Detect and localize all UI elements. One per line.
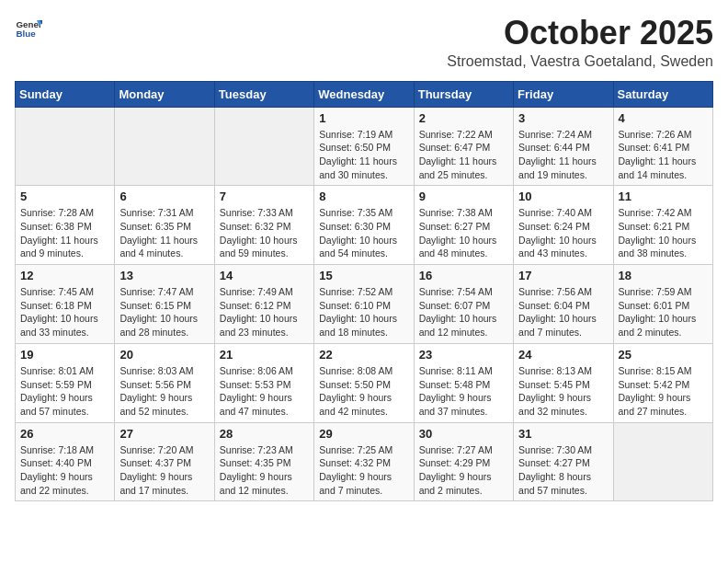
calendar-cell: 21Sunrise: 8:06 AMSunset: 5:53 PMDayligh… bbox=[214, 343, 313, 422]
calendar-cell: 30Sunrise: 7:27 AMSunset: 4:29 PMDayligh… bbox=[414, 422, 513, 501]
day-info: Sunrise: 7:28 AMSunset: 6:38 PMDaylight:… bbox=[20, 206, 109, 260]
calendar-cell: 25Sunrise: 8:15 AMSunset: 5:42 PMDayligh… bbox=[613, 343, 712, 422]
day-number: 28 bbox=[220, 427, 309, 441]
day-number: 22 bbox=[319, 348, 408, 362]
calendar-body: 1Sunrise: 7:19 AMSunset: 6:50 PMDaylight… bbox=[16, 107, 713, 501]
calendar-cell: 8Sunrise: 7:35 AMSunset: 6:30 PMDaylight… bbox=[314, 186, 414, 265]
day-info: Sunrise: 7:24 AMSunset: 6:44 PMDaylight:… bbox=[518, 128, 608, 182]
calendar-cell: 20Sunrise: 8:03 AMSunset: 5:56 PMDayligh… bbox=[115, 343, 214, 422]
calendar-cell: 7Sunrise: 7:33 AMSunset: 6:32 PMDaylight… bbox=[214, 186, 313, 265]
day-number: 21 bbox=[220, 348, 309, 362]
week-row-1: 1Sunrise: 7:19 AMSunset: 6:50 PMDaylight… bbox=[16, 107, 713, 186]
day-number: 27 bbox=[119, 427, 209, 441]
day-info: Sunrise: 7:20 AMSunset: 4:37 PMDaylight:… bbox=[119, 443, 209, 498]
logo: General Blue bbox=[15, 15, 42, 42]
day-header-sunday: Sunday bbox=[16, 81, 115, 107]
day-number: 13 bbox=[119, 269, 209, 282]
day-info: Sunrise: 8:08 AMSunset: 5:50 PMDaylight:… bbox=[319, 364, 408, 419]
day-info: Sunrise: 7:42 AMSunset: 6:21 PMDaylight:… bbox=[619, 206, 708, 260]
day-number: 2 bbox=[419, 111, 508, 125]
calendar-cell: 22Sunrise: 8:08 AMSunset: 5:50 PMDayligh… bbox=[314, 343, 414, 422]
day-number: 19 bbox=[20, 348, 109, 362]
day-number: 24 bbox=[518, 348, 608, 362]
day-number: 12 bbox=[20, 269, 109, 282]
calendar-cell: 14Sunrise: 7:49 AMSunset: 6:12 PMDayligh… bbox=[214, 265, 313, 344]
days-header-row: SundayMondayTuesdayWednesdayThursdayFrid… bbox=[16, 81, 713, 107]
day-info: Sunrise: 7:27 AMSunset: 4:29 PMDaylight:… bbox=[419, 443, 508, 498]
day-number: 15 bbox=[319, 269, 408, 282]
day-info: Sunrise: 7:52 AMSunset: 6:10 PMDaylight:… bbox=[319, 285, 408, 339]
day-info: Sunrise: 7:19 AMSunset: 6:50 PMDaylight:… bbox=[319, 128, 408, 182]
day-header-wednesday: Wednesday bbox=[314, 81, 414, 107]
calendar-cell bbox=[214, 107, 313, 186]
day-number: 5 bbox=[20, 190, 109, 203]
day-number: 7 bbox=[220, 190, 309, 203]
day-number: 30 bbox=[419, 427, 508, 441]
calendar-cell: 11Sunrise: 7:42 AMSunset: 6:21 PMDayligh… bbox=[613, 186, 712, 265]
week-row-2: 5Sunrise: 7:28 AMSunset: 6:38 PMDaylight… bbox=[16, 186, 713, 265]
day-info: Sunrise: 7:59 AMSunset: 6:01 PMDaylight:… bbox=[619, 285, 708, 339]
calendar-cell: 10Sunrise: 7:40 AMSunset: 6:24 PMDayligh… bbox=[514, 186, 613, 265]
calendar-cell: 5Sunrise: 7:28 AMSunset: 6:38 PMDaylight… bbox=[16, 186, 115, 265]
day-number: 29 bbox=[319, 427, 408, 441]
day-info: Sunrise: 7:54 AMSunset: 6:07 PMDaylight:… bbox=[419, 285, 508, 339]
day-number: 25 bbox=[619, 348, 708, 362]
day-number: 3 bbox=[518, 111, 608, 125]
day-number: 26 bbox=[20, 427, 109, 441]
calendar-cell: 17Sunrise: 7:56 AMSunset: 6:04 PMDayligh… bbox=[514, 265, 613, 344]
calendar-cell: 15Sunrise: 7:52 AMSunset: 6:10 PMDayligh… bbox=[314, 265, 414, 344]
calendar-cell: 2Sunrise: 7:22 AMSunset: 6:47 PMDaylight… bbox=[414, 107, 513, 186]
day-info: Sunrise: 7:23 AMSunset: 4:35 PMDaylight:… bbox=[220, 443, 309, 498]
logo-icon: General Blue bbox=[15, 15, 42, 42]
calendar-cell: 31Sunrise: 7:30 AMSunset: 4:27 PMDayligh… bbox=[514, 422, 613, 501]
calendar-cell: 6Sunrise: 7:31 AMSunset: 6:35 PMDaylight… bbox=[115, 186, 214, 265]
day-info: Sunrise: 7:47 AMSunset: 6:15 PMDaylight:… bbox=[119, 285, 209, 339]
day-number: 14 bbox=[220, 269, 309, 282]
day-info: Sunrise: 7:18 AMSunset: 4:40 PMDaylight:… bbox=[20, 443, 109, 498]
calendar-cell: 24Sunrise: 8:13 AMSunset: 5:45 PMDayligh… bbox=[514, 343, 613, 422]
day-number: 8 bbox=[319, 190, 408, 203]
calendar-table: SundayMondayTuesdayWednesdayThursdayFrid… bbox=[15, 81, 713, 502]
day-info: Sunrise: 7:38 AMSunset: 6:27 PMDaylight:… bbox=[419, 206, 508, 260]
day-header-friday: Friday bbox=[514, 81, 613, 107]
day-info: Sunrise: 7:26 AMSunset: 6:41 PMDaylight:… bbox=[619, 128, 708, 182]
calendar-cell: 12Sunrise: 7:45 AMSunset: 6:18 PMDayligh… bbox=[16, 265, 115, 344]
day-info: Sunrise: 7:40 AMSunset: 6:24 PMDaylight:… bbox=[518, 206, 608, 260]
page-header: General Blue October 2025 Stroemstad, Va… bbox=[15, 15, 713, 70]
day-info: Sunrise: 8:11 AMSunset: 5:48 PMDaylight:… bbox=[419, 364, 508, 419]
calendar-cell: 27Sunrise: 7:20 AMSunset: 4:37 PMDayligh… bbox=[115, 422, 214, 501]
day-header-saturday: Saturday bbox=[613, 81, 712, 107]
day-number: 20 bbox=[119, 348, 209, 362]
month-title: October 2025 bbox=[447, 15, 713, 52]
day-number: 18 bbox=[619, 269, 708, 282]
day-info: Sunrise: 7:33 AMSunset: 6:32 PMDaylight:… bbox=[220, 206, 309, 260]
calendar-cell: 19Sunrise: 8:01 AMSunset: 5:59 PMDayligh… bbox=[16, 343, 115, 422]
title-area: October 2025 Stroemstad, Vaestra Goetala… bbox=[447, 15, 713, 70]
day-number: 11 bbox=[619, 190, 708, 203]
day-info: Sunrise: 7:45 AMSunset: 6:18 PMDaylight:… bbox=[20, 285, 109, 339]
calendar-cell: 28Sunrise: 7:23 AMSunset: 4:35 PMDayligh… bbox=[214, 422, 313, 501]
day-number: 6 bbox=[119, 190, 209, 203]
day-info: Sunrise: 8:06 AMSunset: 5:53 PMDaylight:… bbox=[220, 364, 309, 419]
day-info: Sunrise: 8:15 AMSunset: 5:42 PMDaylight:… bbox=[619, 364, 708, 419]
week-row-4: 19Sunrise: 8:01 AMSunset: 5:59 PMDayligh… bbox=[16, 343, 713, 422]
day-number: 31 bbox=[518, 427, 608, 441]
location-title: Stroemstad, Vaestra Goetaland, Sweden bbox=[447, 53, 713, 70]
calendar-cell: 4Sunrise: 7:26 AMSunset: 6:41 PMDaylight… bbox=[613, 107, 712, 186]
day-number: 23 bbox=[419, 348, 508, 362]
day-number: 17 bbox=[518, 269, 608, 282]
day-info: Sunrise: 7:49 AMSunset: 6:12 PMDaylight:… bbox=[220, 285, 309, 339]
day-header-monday: Monday bbox=[115, 81, 214, 107]
calendar-cell: 3Sunrise: 7:24 AMSunset: 6:44 PMDaylight… bbox=[514, 107, 613, 186]
calendar-cell: 13Sunrise: 7:47 AMSunset: 6:15 PMDayligh… bbox=[115, 265, 214, 344]
calendar-cell bbox=[613, 422, 712, 501]
day-number: 1 bbox=[319, 111, 408, 125]
calendar-cell: 1Sunrise: 7:19 AMSunset: 6:50 PMDaylight… bbox=[314, 107, 414, 186]
calendar-cell: 29Sunrise: 7:25 AMSunset: 4:32 PMDayligh… bbox=[314, 422, 414, 501]
day-info: Sunrise: 7:35 AMSunset: 6:30 PMDaylight:… bbox=[319, 206, 408, 260]
week-row-5: 26Sunrise: 7:18 AMSunset: 4:40 PMDayligh… bbox=[16, 422, 713, 501]
day-info: Sunrise: 7:31 AMSunset: 6:35 PMDaylight:… bbox=[119, 206, 209, 260]
calendar-cell bbox=[115, 107, 214, 186]
calendar-cell: 9Sunrise: 7:38 AMSunset: 6:27 PMDaylight… bbox=[414, 186, 513, 265]
calendar-cell: 16Sunrise: 7:54 AMSunset: 6:07 PMDayligh… bbox=[414, 265, 513, 344]
